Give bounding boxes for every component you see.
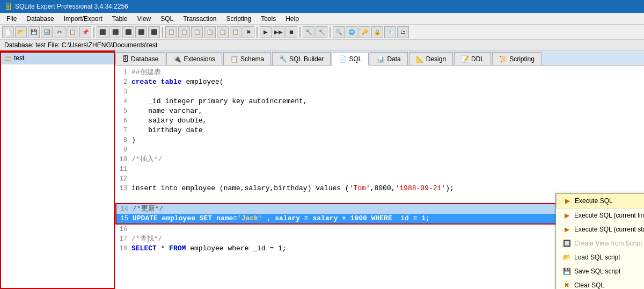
context-menu-execute-statement[interactable]: ▶ Execute SQL (current statement) Ctrl+F…	[556, 222, 644, 236]
toolbar-btn-11[interactable]: ⬛	[135, 26, 147, 38]
toolbar-btn-13[interactable]: 📋	[165, 26, 177, 38]
code-line-7: 7 birthday date	[115, 126, 644, 135]
data-tab-icon: 📊	[377, 55, 385, 63]
toolbar-sep-1	[93, 27, 94, 38]
tabs: 🗄 Database 🔌 Extensions 📋 Schema 🔧 SQL B…	[115, 50, 644, 66]
toolbar-btn-15[interactable]: 📋	[191, 26, 203, 38]
toolbar: 📄 📂 💾 🔙 ✂ 📋 📌 ⬛ ⬛ ⬛ ⬛ ⬛ 📋 📋 📋 📋 📋 📋 ✖ ▶ …	[0, 25, 644, 40]
sidebar: 🗃 test	[0, 50, 115, 289]
create-view-icon: 🔲	[562, 239, 571, 248]
load-script-label: Load SQL script	[574, 254, 620, 261]
code-line-9: 9	[115, 145, 644, 155]
toolbar-btn-8[interactable]: ⬛	[97, 26, 108, 38]
execute-line-label: Execute SQL (current line)	[574, 212, 644, 219]
save-script-label: Save SQL script	[574, 268, 620, 275]
toolbar-btn-29[interactable]: 📧	[384, 26, 396, 38]
database-icon: 🗃	[4, 54, 12, 62]
code-line-4: 4 _id integer primary key autoincrement,	[115, 97, 644, 106]
tab-sql[interactable]: 📄 SQL	[332, 53, 369, 66]
toolbar-btn-18[interactable]: 📋	[230, 26, 241, 38]
tab-schema[interactable]: 📋 Schema	[223, 52, 271, 65]
design-tab-icon: 📐	[416, 55, 424, 63]
tab-extensions[interactable]: 🔌 Extensions	[166, 52, 222, 65]
execute-stmt-icon: ▶	[562, 225, 571, 234]
toolbar-btn-17[interactable]: 📋	[217, 26, 229, 38]
toolbar-btn-9[interactable]: ⬛	[109, 26, 121, 38]
menu-sql[interactable]: SQL	[156, 14, 178, 24]
toolbar-btn-24[interactable]: 🔧	[316, 26, 327, 38]
execute-stmt-label: Execute SQL (current statement)	[574, 226, 644, 233]
menu-transaction[interactable]: Transaction	[179, 14, 221, 24]
sql-builder-tab-icon: 🔧	[279, 55, 287, 63]
toolbar-btn-26[interactable]: 🌐	[346, 26, 357, 38]
code-line-6: 6 salary double,	[115, 116, 644, 126]
menu-database[interactable]: Database	[22, 14, 58, 24]
code-line-2: 2 create table employee(	[115, 77, 644, 87]
context-menu: ▶ Execute SQL F5 ▶ Execute SQL (current …	[555, 193, 644, 289]
code-line-13: 13 insert into employee (name,salary,bir…	[115, 184, 644, 193]
menu-table[interactable]: Table	[108, 14, 132, 24]
execute-sql-label: Execute SQL	[575, 197, 613, 205]
code-line-8: 8 )	[115, 135, 644, 145]
toolbar-btn-30[interactable]: 🗂	[397, 26, 409, 38]
toolbar-btn-7[interactable]: 📌	[79, 26, 91, 38]
toolbar-btn-23[interactable]: 🔧	[303, 26, 314, 38]
context-menu-load-script[interactable]: 📂 Load SQL script	[556, 250, 644, 264]
menu-import-export[interactable]: Import/Export	[60, 14, 107, 24]
menu-bar: File Database Import/Export Table View S…	[0, 13, 644, 25]
app-icon: 🗄	[4, 2, 12, 11]
toolbar-btn-14[interactable]: 📋	[178, 26, 190, 38]
toolbar-btn-25[interactable]: 🔍	[333, 26, 345, 38]
tab-database[interactable]: 🗄 Database	[115, 52, 165, 65]
content-area: 🗄 Database 🔌 Extensions 📋 Schema 🔧 SQL B…	[115, 50, 644, 289]
toolbar-sep-5	[330, 27, 331, 38]
save-script-icon: 💾	[562, 267, 571, 276]
toolbar-btn-12[interactable]: ⬛	[148, 26, 160, 38]
toolbar-btn-28[interactable]: 🔒	[371, 26, 383, 38]
context-menu-execute-current-line[interactable]: ▶ Execute SQL (current line) Shift+F5	[556, 208, 644, 222]
schema-tab-icon: 📋	[230, 55, 238, 63]
toolbar-btn-16[interactable]: 📋	[204, 26, 216, 38]
menu-tools[interactable]: Tools	[257, 14, 280, 24]
code-line-3: 3	[115, 87, 644, 97]
toolbar-btn-10[interactable]: ⬛	[122, 26, 134, 38]
tab-design[interactable]: 📐 Design	[409, 52, 453, 65]
tab-data[interactable]: 📊 Data	[370, 52, 407, 65]
toolbar-btn-27[interactable]: 🔑	[358, 26, 370, 38]
toolbar-btn-5[interactable]: ✂	[54, 26, 65, 38]
ddl-tab-icon: 📝	[461, 55, 469, 63]
toolbar-btn-3[interactable]: 💾	[28, 26, 40, 38]
execute-line-icon: ▶	[562, 211, 571, 220]
tab-sql-builder[interactable]: 🔧 SQL Builder	[272, 52, 331, 65]
toolbar-sep-4	[299, 27, 301, 38]
toolbar-btn-6[interactable]: 📋	[67, 26, 78, 38]
load-script-icon: 📂	[562, 253, 571, 262]
status-bar: Database: test File: C:\Users\ZHENG\Docu…	[0, 40, 644, 50]
code-line-11: 11	[115, 164, 644, 174]
toolbar-btn-22[interactable]: ⏹	[286, 26, 297, 38]
tab-scripting[interactable]: 📜 Scripting	[492, 52, 541, 65]
toolbar-btn-1[interactable]: 📄	[2, 26, 14, 38]
toolbar-btn-2[interactable]: 📂	[15, 26, 27, 38]
toolbar-btn-20[interactable]: ▶	[260, 26, 272, 38]
tab-ddl[interactable]: 📝 DDL	[454, 52, 491, 65]
toolbar-btn-4[interactable]: 🔙	[41, 26, 53, 38]
code-line-5: 5 name varchar,	[115, 106, 644, 116]
context-menu-save-script[interactable]: 💾 Save SQL script	[556, 264, 644, 278]
app-title: SQLite Expert Professional 3.4.34.2256	[15, 3, 128, 10]
code-line-10: 10 /*插入*/	[115, 155, 644, 164]
sidebar-item-label: test	[14, 54, 24, 62]
context-menu-execute-sql[interactable]: ▶ Execute SQL F5	[556, 193, 644, 208]
context-menu-clear-sql[interactable]: ✖ Clear SQL	[556, 278, 644, 289]
menu-scripting[interactable]: Scripting	[222, 14, 256, 24]
context-menu-create-view: 🔲 Create View from Script	[556, 236, 644, 250]
clear-sql-label: Clear SQL	[574, 281, 604, 289]
sidebar-item-test[interactable]: 🗃 test	[0, 52, 115, 64]
menu-help[interactable]: Help	[281, 14, 303, 24]
menu-file[interactable]: File	[2, 14, 21, 24]
execute-sql-icon: ▶	[563, 197, 572, 205]
toolbar-btn-19[interactable]: ✖	[243, 26, 254, 38]
clear-sql-icon: ✖	[562, 281, 571, 289]
menu-view[interactable]: View	[133, 14, 155, 24]
toolbar-btn-21[interactable]: ▶▶	[273, 26, 284, 38]
